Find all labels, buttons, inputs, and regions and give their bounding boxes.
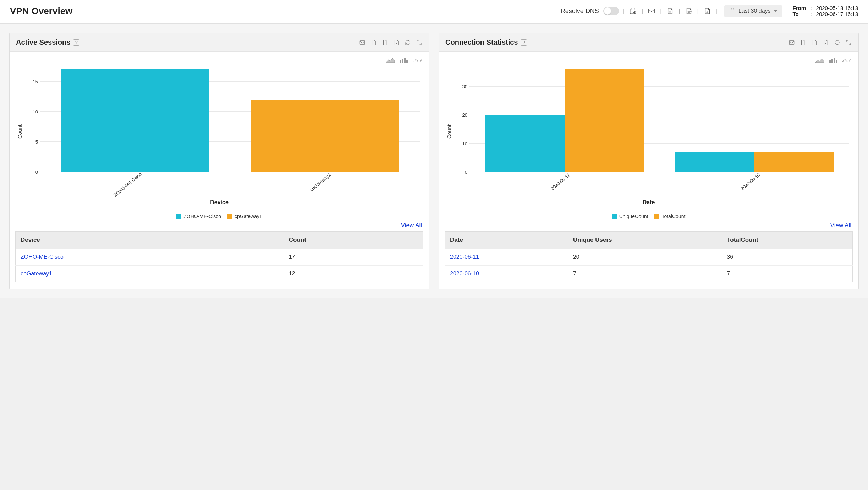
panel-header: Active Sessions ? <box>10 33 429 52</box>
view-all-link-wrap: View All <box>15 219 423 231</box>
col-device: Device <box>16 232 284 249</box>
chart-bar[interactable] <box>754 152 834 172</box>
x-tick-label: 2020-06-10 <box>740 172 761 191</box>
chart-bar[interactable] <box>61 69 209 172</box>
chart-bar[interactable] <box>675 152 754 172</box>
calendar-icon <box>729 7 736 15</box>
table-row: cpGateway1 12 <box>16 266 423 282</box>
x-tick-label: 2020-06-11 <box>550 172 571 191</box>
legend-swatch <box>176 214 181 219</box>
resolve-dns-toggle[interactable] <box>603 7 619 15</box>
help-icon[interactable]: ? <box>521 39 527 46</box>
x-tick-label: ZOHO-ME-Cisco <box>112 171 143 198</box>
panel-body: Count 051015ZOHO-ME-CiscocpGateway1 Devi… <box>10 52 429 289</box>
xls-export-icon[interactable] <box>822 39 829 46</box>
svg-rect-10 <box>404 58 406 63</box>
date-link[interactable]: 2020-06-10 <box>445 266 568 282</box>
pdf-export-icon[interactable] <box>370 39 377 46</box>
date-link[interactable]: 2020-06-11 <box>445 249 568 266</box>
panel-active-sessions: Active Sessions ? Count <box>9 33 429 289</box>
schedule-calendar-icon[interactable] <box>629 7 637 15</box>
csv-export-icon[interactable]: CSV <box>685 7 693 15</box>
line-chart-icon[interactable] <box>842 57 851 63</box>
expand-icon[interactable] <box>845 39 852 46</box>
chart-bar[interactable] <box>251 100 399 172</box>
chevron-down-icon <box>774 10 777 12</box>
panel-actions <box>359 39 423 46</box>
chart-legend: ZOHO-ME-Cisco cpGateway1 <box>15 213 423 219</box>
panel-title: Active Sessions <box>16 38 70 46</box>
content-area: Active Sessions ? Count <box>0 24 868 298</box>
legend-item: cpGateway1 <box>227 213 262 219</box>
y-axis-label: Count <box>15 124 24 139</box>
line-chart-icon[interactable] <box>413 57 422 63</box>
separator: | <box>697 8 699 14</box>
xls-export-icon[interactable] <box>393 39 400 46</box>
bar-chart-icon[interactable] <box>829 57 838 63</box>
y-axis-label: Count <box>445 124 454 139</box>
chart-legend: UniqueCount TotalCount <box>445 213 853 219</box>
view-all-link-wrap: View All <box>445 219 853 231</box>
pdf-export-icon[interactable] <box>666 7 674 15</box>
connection-stats-chart: Count 01020302020-06-112020-06-10 <box>445 66 853 197</box>
total-cell: 7 <box>722 266 852 282</box>
col-date: Date <box>445 232 568 249</box>
x-axis-label: Date <box>445 199 853 206</box>
mail-icon[interactable] <box>647 7 656 15</box>
bar-chart-icon[interactable] <box>399 57 408 63</box>
svg-rect-6 <box>360 40 365 44</box>
from-value: 2020-05-18 16:13 <box>816 5 858 11</box>
area-chart-icon[interactable] <box>386 57 395 63</box>
svg-rect-16 <box>834 58 835 63</box>
legend-item: UniqueCount <box>612 213 648 219</box>
xls-export-icon[interactable]: X <box>703 7 712 15</box>
unique-cell: 7 <box>568 266 722 282</box>
active-sessions-table: Device Count ZOHO-ME-Cisco 17 cpGateway1… <box>15 231 423 282</box>
svg-rect-9 <box>402 59 403 63</box>
to-label: To <box>793 11 808 17</box>
device-link[interactable]: ZOHO-ME-Cisco <box>16 249 284 266</box>
count-cell: 12 <box>284 266 423 282</box>
refresh-icon[interactable] <box>834 39 841 46</box>
chart-type-toggles <box>445 55 853 66</box>
expand-icon[interactable] <box>416 39 423 46</box>
panel-actions <box>788 39 852 46</box>
refresh-icon[interactable] <box>404 39 411 46</box>
svg-rect-5 <box>730 9 735 13</box>
csv-export-icon[interactable] <box>381 39 389 46</box>
panel-header: Connection Statistics ? <box>439 33 858 52</box>
col-total: TotalCount <box>722 232 852 249</box>
svg-rect-0 <box>630 9 636 14</box>
svg-rect-12 <box>789 40 794 44</box>
chart-bar[interactable] <box>485 115 565 172</box>
svg-marker-13 <box>815 58 824 63</box>
view-all-link[interactable]: View All <box>830 222 851 229</box>
pdf-export-icon[interactable] <box>800 39 807 46</box>
date-range-label: Last 30 days <box>738 8 771 14</box>
mail-icon[interactable] <box>359 39 366 46</box>
legend-swatch <box>227 214 232 219</box>
x-axis-label: Device <box>15 199 423 206</box>
csv-export-icon[interactable] <box>811 39 818 46</box>
top-bar: VPN Overview Resolve DNS | | | | CSV | X <box>0 0 868 24</box>
view-all-link[interactable]: View All <box>401 222 422 229</box>
separator: | <box>642 8 643 14</box>
chart-bar[interactable] <box>565 69 644 172</box>
svg-rect-15 <box>831 59 833 63</box>
chart-type-toggles <box>15 55 423 66</box>
page-title: VPN Overview <box>10 6 72 17</box>
separator: | <box>660 8 661 14</box>
separator: | <box>679 8 680 14</box>
svg-rect-17 <box>836 60 837 63</box>
date-range-button[interactable]: Last 30 days <box>724 5 782 17</box>
svg-rect-11 <box>406 60 408 63</box>
legend-item: ZOHO-ME-Cisco <box>176 213 221 219</box>
help-icon[interactable]: ? <box>73 39 79 46</box>
separator: | <box>623 8 625 14</box>
area-chart-icon[interactable] <box>815 57 824 63</box>
col-unique: Unique Users <box>568 232 722 249</box>
mail-icon[interactable] <box>788 39 795 46</box>
svg-rect-14 <box>829 60 831 63</box>
device-link[interactable]: cpGateway1 <box>16 266 284 282</box>
active-sessions-chart: Count 051015ZOHO-ME-CiscocpGateway1 <box>15 66 423 197</box>
